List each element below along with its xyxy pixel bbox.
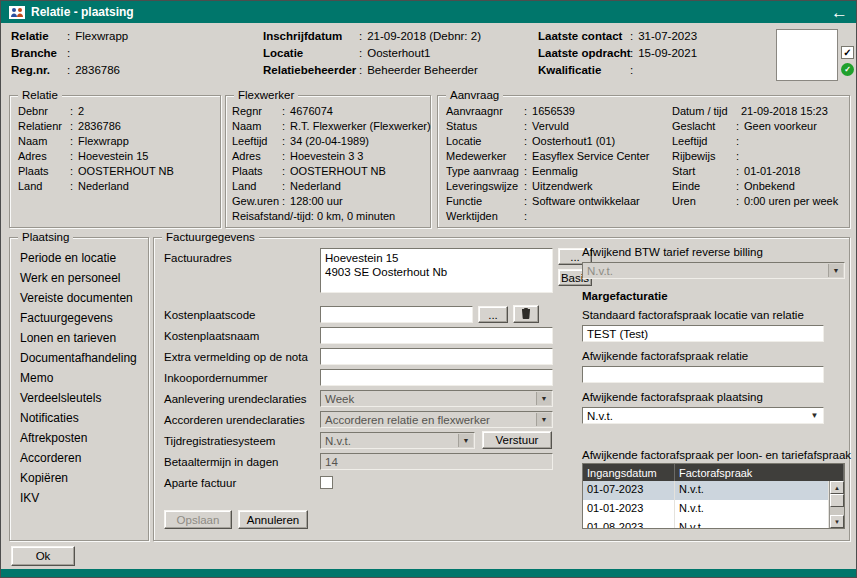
info-row: Naam:R.T. Flexwerker (Flexwerker) [232,118,428,133]
header-checkbox[interactable]: ✓ [841,46,854,59]
sidebar-item-aftrekposten[interactable]: Aftrekposten [14,428,146,448]
sidebar-item-kopieren[interactable]: Kopiëren [14,468,146,488]
standaard-factorafspraak-input[interactable]: TEST (Test) [582,325,824,342]
field-value: Nederland [78,180,129,192]
field-label: Laatste contact [538,30,628,42]
colon: : [68,150,78,162]
tijdregistratie-label: Tijdregistratiesysteem [164,435,275,447]
tijdregistratie-dropdown: N.v.t. ▼ [320,432,475,449]
field-value: 2836786 [75,64,120,76]
table-row[interactable]: 01-01-2023 N.v.t. [583,500,829,519]
field-label: Relatiebeheerder [263,64,357,76]
field-label: Rijbewijs [672,150,734,162]
colon: : [68,165,78,177]
sidebar-item-notificaties[interactable]: Notificaties [14,408,146,428]
field-value: 01-01-2018 [744,165,800,177]
field-value: 21-09-2018 (Debnr: 2) [367,30,481,42]
factuurgegevens-box: Factuurgegevens Factuuradres Hoevestein … [153,237,850,541]
afwijkende-factorafspraak-relatie-label: Afwijkende factorafspraak relatie [582,350,748,362]
btw-reverse-billing-dropdown: N.v.t. ▼ [582,262,845,279]
info-row: Functie:Software ontwikkelaar [446,193,670,208]
sidebar-item-periode-en-locatie[interactable]: Periode en locatie [14,248,146,268]
field-value: Software ontwikkelaar [532,195,640,207]
sidebar-item-vereiste-documenten[interactable]: Vereiste documenten [14,288,146,308]
back-arrow-icon[interactable]: ← [831,4,848,21]
cell-ingangsdatum: 01-01-2023 [583,500,675,519]
table-row[interactable]: 01-07-2023 N.v.t. [583,481,829,500]
colon: : [280,135,290,147]
field-label: Relatie [11,30,65,42]
colon: : [734,135,744,147]
info-row: Reisafstand/-tijd: 0 km, 0 minuten [232,208,428,223]
kostenplaatscode-input[interactable] [320,306,473,323]
field-label: Medewerker [446,150,522,162]
standaard-factorafspraak-label: Standaard factorafspraak locatie van rel… [582,309,804,321]
afwijkende-factorafspraak-plaatsing-dropdown[interactable]: N.v.t. ▼ [582,407,824,424]
colon: : [628,64,638,76]
sidebar-item-documentafhandeling[interactable]: Documentafhandeling [14,348,146,368]
factuuradres-input[interactable]: Hoevestein 15 4903 SE Oosterhout Nb [320,248,553,293]
afwijkende-factorafspraak-relatie-input[interactable] [582,366,824,383]
table-row[interactable]: 01-08-2023 N.v.t. [583,519,829,528]
colon: : [68,120,78,132]
sidebar-item-lonen-en-tarieven[interactable]: Lonen en tarieven [14,328,146,348]
colon: : [522,105,532,117]
scroll-down-icon[interactable]: ▼ [830,515,844,528]
opslaan-button[interactable]: Opslaan [164,510,232,529]
cell-factorafspraak: N.v.t. [675,519,829,528]
colon: : [522,210,532,222]
table-header-row: Ingangsdatum Factorafspraak [583,464,844,481]
scroll-up-icon[interactable]: ▲ [830,481,844,494]
info-row: Land:Nederland [232,178,428,193]
chevron-down-icon: ▼ [807,409,822,422]
field-label: Inschrijfdatum [263,30,357,42]
extra-vermelding-input[interactable] [320,348,553,365]
factuuradres-line2: 4903 SE Oosterhout Nb [325,265,548,279]
colon: : [68,180,78,192]
sidebar-item-verdeelsleutels[interactable]: Verdeelsleutels [14,388,146,408]
field-value: Onbekend [744,180,795,192]
header-row: Kwalificatie: [538,61,697,78]
field-label: Branche [11,47,65,59]
photo-placeholder [776,29,838,81]
field-label: Land [232,180,280,192]
scrollbar-thumb[interactable] [830,494,844,507]
kostenplaatsnaam-input[interactable] [320,327,553,344]
field-value: 1656539 [532,105,575,117]
inkoopordernummer-input[interactable] [320,369,553,386]
info-row: Plaats:OOSTERHOUT NB [18,163,218,178]
sidebar-item-werk-en-personeel[interactable]: Werk en personeel [14,268,146,288]
dropdown-value: N.v.t. [587,410,613,422]
colon: : [522,120,532,132]
field-value: OOSTERHOUT NB [78,165,174,177]
field-value: Eenmalig [532,165,578,177]
sidebar-item-factuurgegevens[interactable]: Factuurgegevens [14,308,146,328]
relatie-box-legend: Relatie [18,88,62,102]
table-scrollbar[interactable]: ▲ ▼ [829,481,844,528]
verstuur-button[interactable]: Verstuur [482,431,552,449]
colon: : [280,180,290,192]
colon: : [734,165,744,177]
aparte-factuur-checkbox[interactable] [320,476,333,489]
factuurgegevens-box-legend: Factuurgegevens [162,230,259,244]
kostenplaatscode-delete-button[interactable] [513,305,539,323]
factuuradres-label: Factuuradres [164,252,232,264]
colon: : [357,30,367,42]
sidebar-item-memo[interactable]: Memo [14,368,146,388]
header-row: Relatie:Flexwrapp [11,27,128,44]
field-label: Naam [18,135,68,147]
header-row: Laatste contact:31-07-2023 [538,27,697,44]
field-value: 2 [78,105,84,117]
field-label: Aanvraagnr [446,105,522,117]
kostenplaatscode-browse-button[interactable]: ... [478,306,508,323]
sidebar-item-accorderen[interactable]: Accorderen [14,448,146,468]
sidebar-item-ikv[interactable]: IKV [14,488,146,508]
field-label: Plaats [232,165,280,177]
colon: : [522,180,532,192]
header-col-relatie: Relatie:Flexwrapp Branche: Reg.nr.:28367… [11,27,128,78]
info-row: Relatienr:2836786 [18,118,218,133]
colon: : [522,165,532,177]
annuleren-button[interactable]: Annuleren [238,510,308,529]
ok-button[interactable]: Ok [11,546,75,566]
info-row: Datum / tijd21-09-2018 15:23 [672,103,847,118]
